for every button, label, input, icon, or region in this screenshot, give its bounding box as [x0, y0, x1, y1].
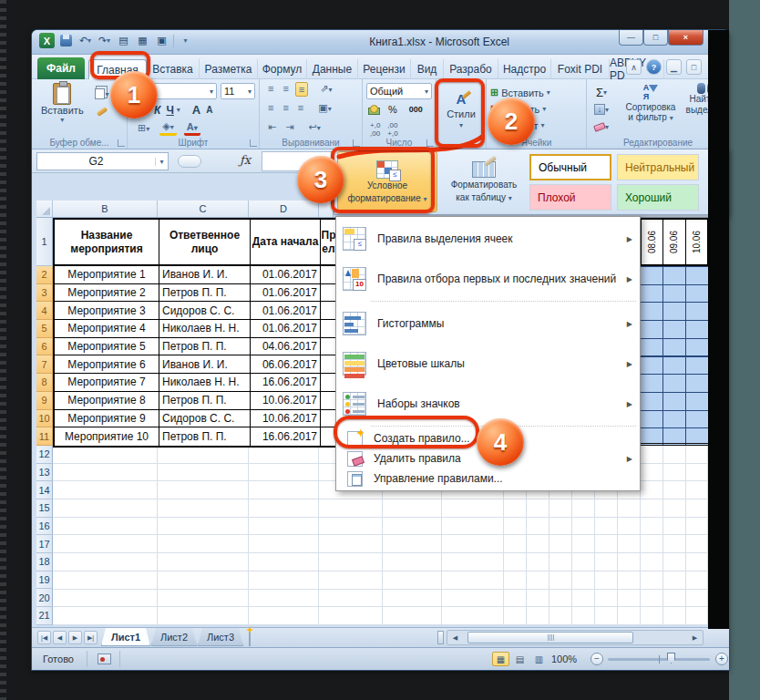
- menu-item-new-rule[interactable]: Создать правило...: [336, 428, 640, 448]
- cell[interactable]: [321, 427, 336, 446]
- grow-font-button[interactable]: А: [190, 103, 203, 117]
- cell[interactable]: Мероприятие 3: [55, 302, 159, 320]
- cell[interactable]: 01.06.2017: [251, 266, 321, 284]
- cell[interactable]: Петров П. П.: [159, 427, 251, 446]
- redo-icon[interactable]: ↷▾: [97, 33, 112, 48]
- cell[interactable]: Мероприятие 5: [55, 338, 159, 356]
- help-icon[interactable]: ?: [646, 59, 662, 75]
- autosum-button[interactable]: Σ▾: [591, 85, 611, 99]
- first-sheet-icon[interactable]: |◀: [37, 631, 51, 644]
- zoom-in-icon[interactable]: +: [715, 653, 728, 665]
- sheet-tab-list1[interactable]: Лист1: [101, 628, 150, 646]
- number-format-combobox[interactable]: Общий▾: [366, 83, 432, 99]
- tab-formuly[interactable]: Формул: [258, 59, 307, 79]
- cell[interactable]: Мероприятие 1: [55, 266, 159, 284]
- row-header[interactable]: 15: [36, 499, 53, 518]
- row-header[interactable]: 10: [36, 410, 53, 428]
- paste-button[interactable]: Вставить ▾: [41, 83, 84, 124]
- menu-item-clear-rules[interactable]: Удалить правила ▶: [336, 448, 640, 468]
- align-middle-icon[interactable]: ≡: [280, 82, 291, 97]
- page-layout-view-icon[interactable]: ▤: [511, 652, 529, 666]
- format-cells-button[interactable]: ▦ Формат▾: [490, 119, 545, 131]
- undo-icon[interactable]: ↶▾: [77, 33, 93, 48]
- row-header[interactable]: 21: [36, 607, 53, 625]
- tab-razrabotchik[interactable]: Разрабо: [444, 59, 498, 79]
- row-header[interactable]: 8: [36, 374, 53, 392]
- workbook-restore-icon[interactable]: □: [686, 59, 702, 75]
- copy-button[interactable]: ▾: [92, 87, 112, 101]
- cell[interactable]: Иванов И. И.: [159, 355, 251, 374]
- cell[interactable]: 10.06.2017: [251, 410, 321, 428]
- cell[interactable]: [321, 392, 336, 410]
- scroll-right-icon[interactable]: ▶: [689, 632, 701, 643]
- tab-dannye[interactable]: Данные: [307, 59, 358, 79]
- styles-button[interactable]: A Стили ▾: [440, 82, 482, 139]
- cell[interactable]: [321, 410, 336, 428]
- row-header[interactable]: 14: [36, 481, 53, 499]
- decrease-decimal-icon[interactable]: ,00+,0: [387, 121, 397, 138]
- cell-style-bad[interactable]: Плохой: [529, 184, 611, 211]
- align-right-icon[interactable]: ≡: [295, 101, 306, 115]
- cell[interactable]: 01.06.2017: [251, 320, 321, 338]
- cell[interactable]: [321, 302, 336, 320]
- insert-cells-button[interactable]: ⊞ Вставить▾: [490, 87, 550, 98]
- cell[interactable]: Иванов И. И.: [159, 266, 251, 284]
- cell[interactable]: Петров П. П.: [159, 284, 251, 303]
- cell[interactable]: 16.06.2017: [251, 427, 321, 446]
- cell[interactable]: Мероприятие 8: [55, 392, 159, 410]
- date-column-header[interactable]: 08.06: [642, 220, 663, 264]
- insert-function-icon[interactable]: ƒx: [240, 153, 251, 167]
- scrollbar-thumb[interactable]: [467, 632, 633, 643]
- row-header[interactable]: 19: [36, 571, 53, 590]
- next-sheet-icon[interactable]: ▶: [68, 631, 82, 644]
- prev-sheet-icon[interactable]: ◀: [53, 631, 67, 644]
- normal-view-icon[interactable]: ▦: [492, 652, 509, 666]
- menu-item-manage-rules[interactable]: Управление правилами...: [336, 468, 640, 489]
- cell[interactable]: [321, 320, 336, 338]
- last-sheet-icon[interactable]: ▶|: [84, 631, 98, 644]
- cell[interactable]: [321, 355, 336, 374]
- tab-file[interactable]: Файл: [37, 57, 85, 79]
- percent-style-button[interactable]: %: [385, 103, 400, 116]
- fill-button[interactable]: ↓▾: [591, 102, 611, 117]
- row-header[interactable]: 9: [36, 392, 53, 410]
- sheet-tab-list3[interactable]: Лист3: [198, 628, 243, 646]
- column-header-b[interactable]: B: [53, 201, 158, 217]
- column-header-d[interactable]: D: [249, 201, 319, 217]
- tab-split-handle[interactable]: [437, 631, 444, 644]
- scroll-left-icon[interactable]: ◀: [449, 632, 461, 643]
- sort-filter-button[interactable]: АЯ Сортировка и фильтр ▾: [621, 83, 680, 123]
- header-cell-d1[interactable]: Дата начала: [251, 220, 321, 266]
- font-color-button[interactable]: А▾: [184, 120, 200, 136]
- macro-record-icon[interactable]: [98, 654, 111, 664]
- tab-vid[interactable]: Вид: [411, 59, 444, 79]
- wrap-text-icon[interactable]: ↩▾: [305, 120, 323, 134]
- zoom-out-icon[interactable]: −: [591, 653, 603, 665]
- minimize-button[interactable]: —: [619, 30, 643, 46]
- menu-item-icon-sets[interactable]: Наборы значков ▶: [336, 384, 640, 424]
- name-box[interactable]: G2 ▾: [36, 152, 169, 170]
- row-header[interactable]: 3: [36, 284, 53, 303]
- cell-style-normal[interactable]: Обычный: [529, 154, 611, 180]
- table-view-icon[interactable]: ▦: [135, 33, 150, 48]
- tab-recenzirovanie[interactable]: Рецензи: [358, 59, 411, 79]
- row-header[interactable]: 7: [36, 355, 53, 374]
- clear-button[interactable]: ▾: [591, 119, 611, 134]
- font-dialog-launcher[interactable]: [250, 139, 257, 147]
- conditional-formatting-button[interactable]: Условное форматирование ▾: [337, 151, 437, 212]
- zoom-slider-track[interactable]: [608, 658, 710, 661]
- row-header[interactable]: 16: [36, 518, 53, 536]
- tab-nadstroiki[interactable]: Надстро: [498, 59, 551, 79]
- zoom-slider-handle[interactable]: [667, 653, 675, 664]
- page-break-view-icon[interactable]: ▥: [530, 652, 548, 666]
- header-cell-c1[interactable]: Ответвенное лицо: [159, 220, 251, 266]
- menu-item-data-bars[interactable]: Гистограммы ▶: [336, 304, 640, 344]
- column-header-c[interactable]: C: [158, 201, 249, 217]
- excel-logo-icon[interactable]: X: [39, 33, 55, 48]
- cell[interactable]: 16.06.2017: [251, 374, 321, 392]
- underline-button[interactable]: Ч: [163, 104, 176, 117]
- accounting-format-icon[interactable]: [368, 105, 379, 114]
- cell[interactable]: [321, 284, 336, 303]
- header-cell-b1[interactable]: Название мероприятия: [55, 220, 159, 266]
- tab-razmetka[interactable]: Разметка: [200, 59, 258, 79]
